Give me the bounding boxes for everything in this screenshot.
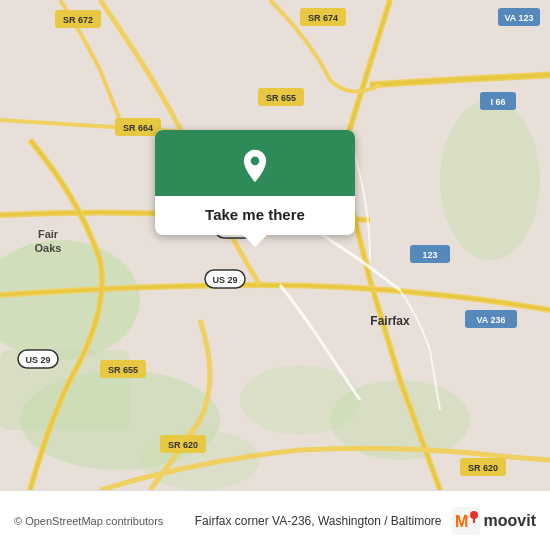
svg-text:US 29: US 29 — [25, 355, 50, 365]
svg-point-42 — [470, 511, 478, 519]
svg-text:Oaks: Oaks — [35, 242, 62, 254]
svg-text:SR 674: SR 674 — [308, 13, 338, 23]
copyright-text: © OpenStreetMap contributors — [14, 515, 185, 527]
svg-point-4 — [440, 100, 540, 260]
svg-text:123: 123 — [422, 250, 437, 260]
bottom-bar: © OpenStreetMap contributors Fairfax cor… — [0, 490, 550, 550]
svg-text:Fairfax: Fairfax — [370, 314, 410, 328]
take-me-there-button[interactable]: Take me there — [155, 196, 355, 227]
svg-text:US 29: US 29 — [212, 275, 237, 285]
moovit-logo: M moovit — [452, 507, 536, 535]
svg-text:M: M — [455, 513, 468, 530]
svg-text:SR 655: SR 655 — [266, 93, 296, 103]
popup-header — [155, 130, 355, 196]
svg-point-39 — [251, 157, 260, 166]
map-container: SR 672 SR 674 VA 123 SR 664 SR 655 I 66 … — [0, 0, 550, 490]
location-popup: Take me there — [155, 130, 355, 235]
svg-text:SR 620: SR 620 — [468, 463, 498, 473]
moovit-icon: M — [452, 507, 480, 535]
svg-text:SR 664: SR 664 — [123, 123, 153, 133]
svg-text:SR 672: SR 672 — [63, 15, 93, 25]
svg-text:SR 620: SR 620 — [168, 440, 198, 450]
svg-text:SR 655: SR 655 — [108, 365, 138, 375]
moovit-brand-text: moovit — [484, 512, 536, 530]
svg-text:I 66: I 66 — [490, 97, 505, 107]
location-pin-icon — [237, 148, 273, 184]
location-info-text: Fairfax corner VA-236, Washington / Balt… — [195, 514, 442, 528]
svg-text:Fair: Fair — [38, 228, 59, 240]
svg-text:VA 236: VA 236 — [476, 315, 505, 325]
svg-text:VA 123: VA 123 — [504, 13, 533, 23]
